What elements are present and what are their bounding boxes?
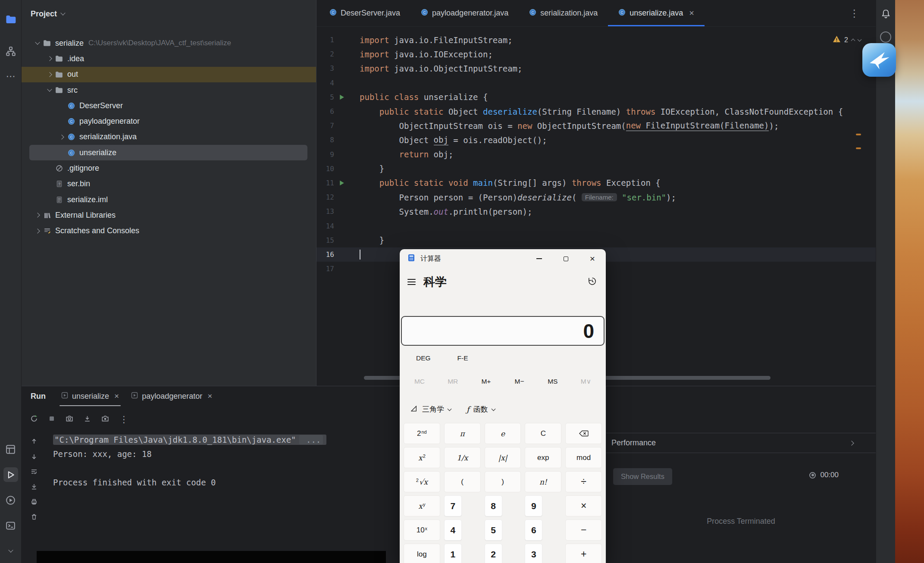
chevron-down-icon[interactable] xyxy=(32,42,43,44)
key-x[interactable]: |x| xyxy=(485,447,521,468)
close-button[interactable]: × xyxy=(579,249,606,268)
key-9[interactable]: 9 xyxy=(525,495,542,516)
clear-console-icon[interactable] xyxy=(31,513,38,522)
chevron-right-icon[interactable] xyxy=(32,213,43,217)
key-mod[interactable]: mod xyxy=(565,447,602,468)
print-icon[interactable] xyxy=(31,498,38,507)
close-tab-icon[interactable]: × xyxy=(114,391,119,401)
key-exp[interactable]: exp xyxy=(525,447,561,468)
close-tab-icon[interactable]: × xyxy=(689,8,694,18)
close-tab-icon[interactable]: × xyxy=(207,391,212,401)
more-bottom-chevron-icon[interactable] xyxy=(3,544,18,558)
key-n[interactable]: n! xyxy=(525,471,561,492)
memory-button-m[interactable]: M∨ xyxy=(574,375,598,388)
angle-unit-button[interactable]: DEG xyxy=(413,353,434,364)
project-panel-title[interactable]: Project xyxy=(31,9,57,19)
tree-item-ser-bin[interactable]: ?ser.bin xyxy=(22,176,316,192)
key-x[interactable]: x2 xyxy=(404,447,440,468)
key-7[interactable]: 7 xyxy=(444,495,462,516)
history-icon[interactable] xyxy=(587,276,597,288)
key-c[interactable]: C xyxy=(525,423,561,444)
tree-item-scratches-and-consoles[interactable]: Scratches and Consoles xyxy=(22,223,316,239)
up-stack-trace-icon[interactable] xyxy=(31,438,38,447)
memory-button-mr[interactable]: MR xyxy=(441,375,465,388)
memory-button-m[interactable]: M+ xyxy=(474,375,498,388)
fe-button[interactable]: F-E xyxy=(454,353,472,364)
editor-tab-serialization-java[interactable]: Cserialization.java xyxy=(519,0,608,26)
key-[interactable]: ÷ xyxy=(565,471,602,492)
down-stack-trace-icon[interactable] xyxy=(31,453,38,462)
key-6[interactable]: 6 xyxy=(525,519,542,541)
tree-item-serialize-iml[interactable]: serialize.iml xyxy=(22,192,316,207)
tree-item-src[interactable]: src xyxy=(22,82,316,98)
memory-button-mc[interactable]: MC xyxy=(407,375,432,388)
tree-item-serialization-java[interactable]: Cserialization.java xyxy=(22,129,316,145)
stop-icon[interactable] xyxy=(48,415,55,424)
project-tool-icon[interactable] xyxy=(3,12,18,27)
chevron-right-icon[interactable] xyxy=(32,229,43,233)
tree-item-idea[interactable]: .idea xyxy=(22,51,316,66)
tree-item-out[interactable]: out xyxy=(22,67,316,82)
ai-assistant-icon[interactable] xyxy=(880,31,891,43)
warning-stripe-mark[interactable] xyxy=(856,147,861,149)
tree-item-gitignore[interactable]: .gitignore xyxy=(22,160,316,176)
performance-section-header[interactable]: Performance xyxy=(606,433,876,453)
chevron-right-icon[interactable] xyxy=(849,441,854,445)
trigonometry-dropdown[interactable]: 三角学 xyxy=(407,401,455,418)
chevron-right-icon[interactable] xyxy=(56,135,67,139)
editor-tab-payloadgenerator-java[interactable]: Cpayloadgenerator.java xyxy=(410,0,519,26)
notifications-bell-icon[interactable] xyxy=(880,9,891,21)
profiler-tool-icon[interactable] xyxy=(3,493,18,507)
key-4[interactable]: 4 xyxy=(444,519,462,541)
maximize-button[interactable] xyxy=(552,249,579,268)
key-8[interactable]: 8 xyxy=(485,495,502,516)
key-5[interactable]: 5 xyxy=(485,519,502,541)
run-tool-icon[interactable] xyxy=(3,467,18,482)
tree-item-payloadgenerator[interactable]: Cpayloadgenerator xyxy=(22,113,316,129)
minimize-button[interactable] xyxy=(526,249,552,268)
soft-wrap-icon[interactable] xyxy=(31,468,38,477)
calculator-titlebar[interactable]: 计算器 × xyxy=(400,249,606,268)
key-[interactable]: − xyxy=(565,519,602,541)
code-area[interactable]: 1import java.io.FileInputStream;2import … xyxy=(316,27,876,276)
tab-options-kebab-icon[interactable]: ⋮ xyxy=(849,0,859,27)
key-10[interactable]: 10x xyxy=(404,519,440,541)
bird-logo[interactable] xyxy=(862,43,896,77)
key-x[interactable]: 2√x xyxy=(404,471,440,492)
key-1[interactable]: 1 xyxy=(444,544,462,563)
chevron-down-icon[interactable] xyxy=(44,89,55,91)
tree-item-deserserver[interactable]: CDeserServer xyxy=(22,98,316,113)
chevron-right-icon[interactable] xyxy=(44,57,55,60)
services-tool-icon[interactable] xyxy=(3,442,18,457)
chevron-down-icon[interactable] xyxy=(60,10,65,15)
structure-tool-icon[interactable] xyxy=(3,44,18,59)
more-tools-icon[interactable]: ⋯ xyxy=(3,69,18,84)
key-[interactable]: + xyxy=(565,544,602,563)
key-[interactable]: π xyxy=(444,423,481,444)
key-log[interactable]: log xyxy=(404,544,440,563)
rerun-icon[interactable] xyxy=(30,415,38,424)
menu-hamburger-icon[interactable] xyxy=(407,277,416,287)
key-[interactable]: ) xyxy=(485,471,521,492)
run-tab-unserialize[interactable]: unserialize× xyxy=(55,386,125,406)
dump-threads-icon[interactable] xyxy=(84,415,91,424)
run-line-icon[interactable] xyxy=(334,94,360,101)
tree-item-unserialize[interactable]: Cunserialize xyxy=(29,145,307,160)
run-line-icon[interactable] xyxy=(334,179,360,187)
key-2[interactable]: 2nd xyxy=(404,423,440,444)
show-results-button[interactable]: Show Results xyxy=(613,468,672,485)
terminal-tool-icon[interactable] xyxy=(3,518,18,533)
function-dropdown[interactable]: ƒ 函数 xyxy=(462,401,499,418)
key-x[interactable]: xy xyxy=(404,495,440,516)
key-[interactable]: × xyxy=(565,495,602,516)
key-1-x[interactable]: 1/x xyxy=(444,447,481,468)
tree-item-serialize[interactable]: serializeC:\Users\vk\Desktop\JAVA_ctf_te… xyxy=(22,35,316,51)
folded-text[interactable]: ... xyxy=(299,435,323,444)
warning-stripe-mark[interactable] xyxy=(856,134,861,135)
memory-button-ms[interactable]: MS xyxy=(541,375,565,388)
key-2[interactable]: 2 xyxy=(485,544,502,563)
console-output[interactable]: "C:\Program Files\Java\jdk1.8.0_181\bin\… xyxy=(53,432,326,489)
key-[interactable]: ( xyxy=(444,471,481,492)
scroll-to-end-icon[interactable] xyxy=(31,483,38,492)
tree-item-external-libraries[interactable]: External Libraries xyxy=(22,207,316,223)
